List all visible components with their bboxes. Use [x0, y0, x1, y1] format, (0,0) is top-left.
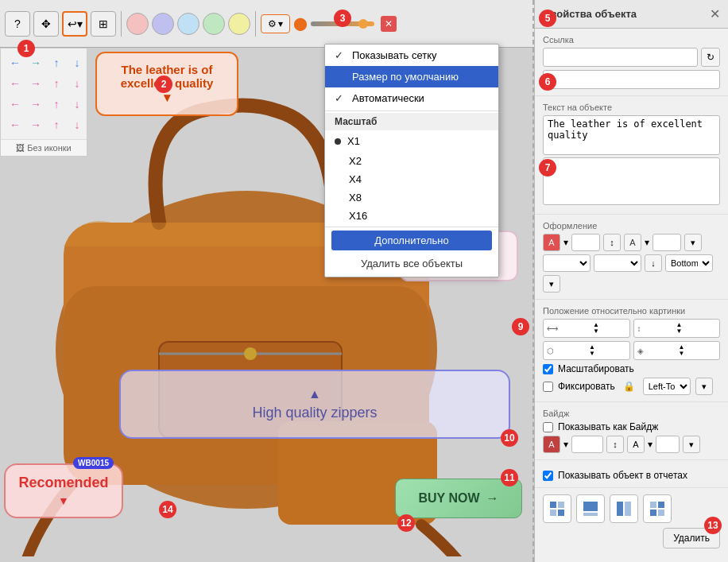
arrow-down-pink-1[interactable]: ↓	[68, 74, 87, 93]
arrow-up-pink-3[interactable]: ↑	[47, 115, 66, 134]
arrow-down-blue[interactable]: ↓	[68, 53, 87, 72]
buy-now-button[interactable]: BUY NOW →	[395, 479, 522, 518]
format-label: Оформление	[543, 221, 720, 231]
badge-color-btn[interactable]: A	[543, 436, 560, 453]
arrow-left-pink-1[interactable]: ←	[6, 74, 25, 93]
arrow-left-pink-3[interactable]: ←	[6, 115, 25, 134]
dropdown-icon: ▾	[563, 237, 568, 248]
fix-checkbox[interactable]	[543, 382, 553, 392]
position-select[interactable]: Bottom	[665, 254, 713, 272]
color-green[interactable]	[203, 13, 225, 35]
badge-num-input[interactable]: 150	[571, 436, 603, 453]
panel-separator	[532, 0, 534, 562]
default-size-item[interactable]: Размер по умолчанию	[325, 66, 498, 87]
buy-now-label: BUY NOW	[418, 491, 479, 506]
arrow-down-pink-3[interactable]: ↓	[68, 115, 87, 134]
canvas-area: 1 ? ✥ ↩▾ ⊞ 3 ⚙ ▾ ⬤ ✕	[0, 0, 534, 562]
pos-y2-input[interactable]: 85	[645, 346, 677, 355]
scale-label: Масштаб	[335, 116, 377, 127]
badge-6: 6	[539, 73, 556, 91]
pos-y2-spinner[interactable]: ▲▼	[679, 344, 685, 357]
link-refresh-button[interactable]: ↻	[701, 48, 720, 67]
badge-font-input[interactable]: 12	[656, 436, 680, 453]
pos-x1-spinner[interactable]: ▲▼	[593, 322, 599, 335]
report-checkbox[interactable]	[543, 471, 553, 481]
badge-12: 12	[397, 514, 415, 532]
arrow-up-pink-1[interactable]: ↑	[47, 74, 66, 93]
pos-x1-input[interactable]: 283	[560, 324, 591, 333]
badge-text-btn[interactable]: A	[627, 436, 645, 453]
icon-2-svg	[581, 499, 600, 518]
style-select[interactable]	[594, 254, 641, 272]
panel-close-button[interactable]: ✕	[710, 6, 720, 21]
expand-btn-2[interactable]: ▾	[543, 275, 560, 293]
text-area[interactable]: The leather is of excellent quality	[543, 115, 720, 155]
delete-all-button[interactable]: Удалить все объекты	[331, 254, 492, 273]
arrow-up-blue[interactable]: ↑	[47, 53, 66, 72]
icon-btn-3[interactable]	[610, 494, 638, 523]
additional-button[interactable]: Дополнительно	[331, 231, 492, 250]
font-size-input[interactable]: 32	[571, 234, 600, 251]
color-purple[interactable]	[152, 13, 174, 35]
link-input[interactable]	[543, 48, 698, 67]
arrow-right-pink-2[interactable]: →	[26, 95, 45, 114]
grid-button[interactable]: ⊞	[91, 11, 116, 37]
icon-btn-4[interactable]	[643, 494, 672, 523]
settings-dropdown[interactable]: ⚙ ▾	[261, 14, 290, 33]
close-button[interactable]: ✕	[381, 16, 397, 32]
x8-item[interactable]: X8	[325, 188, 498, 207]
svg-rect-10	[550, 510, 556, 516]
svg-rect-18	[650, 510, 656, 516]
color-blue[interactable]	[177, 13, 199, 35]
badge-expand-btn[interactable]: ▾	[683, 436, 700, 453]
x4-item[interactable]: X4	[325, 170, 498, 188]
fix-position-select[interactable]: Left-Top	[643, 378, 691, 395]
font-color-button[interactable]: A	[543, 234, 560, 251]
undo-dropdown[interactable]: ↩▾	[62, 11, 87, 37]
pos-y1-input[interactable]: 88	[643, 324, 675, 333]
auto-item[interactable]: ✓ Автоматически	[325, 87, 498, 109]
arrow-right-pink-3[interactable]: →	[26, 115, 45, 134]
badge-1: 1	[17, 40, 35, 57]
show-grid-item[interactable]: ✓ Показывать сетку	[325, 45, 498, 66]
pos-y1-spinner[interactable]: ▲▼	[676, 322, 683, 335]
bottom-icons: Удалить	[535, 488, 728, 555]
svg-rect-11	[558, 510, 564, 516]
fix-check-label: Фиксировать	[558, 381, 615, 392]
arrow-right-pink-1[interactable]: →	[26, 74, 45, 93]
text-area-2[interactable]	[543, 157, 720, 205]
x16-item[interactable]: X16	[325, 207, 498, 225]
pos-x2-input[interactable]: 213	[556, 346, 587, 355]
arrow-up-pink-2[interactable]: ↑	[47, 95, 66, 114]
arrow-grid: ← → ↑ ↓ ← → ↑ ↓ ← → ↑ ↓ ← → ↑ ↓	[1, 48, 87, 139]
badge-11: 11	[501, 469, 518, 486]
scale-checkbox[interactable]	[543, 364, 553, 374]
link-input-2[interactable]	[543, 70, 720, 89]
icon-btn-2[interactable]	[576, 494, 605, 523]
text-color-button[interactable]: A	[624, 234, 641, 251]
move-button[interactable]: ✥	[33, 11, 59, 37]
svg-rect-13	[583, 513, 598, 516]
help-button[interactable]: ?	[5, 11, 30, 37]
arrow-down-btn[interactable]: ↓	[645, 254, 662, 272]
arrow-down-pink-2[interactable]: ↓	[68, 95, 87, 114]
fix-expand-btn[interactable]: ▾	[695, 378, 713, 395]
bubble-recomended: WB0015 Recomended ▼	[4, 463, 123, 518]
x2-item[interactable]: X2	[325, 152, 498, 170]
format-section: Оформление A ▾ 32 ↕ A ▾ 14 ▾ ↓	[535, 215, 728, 300]
panel-header: Свойства объекта ✕	[535, 0, 728, 29]
pos-x2-spinner[interactable]: ▲▼	[589, 344, 595, 357]
color-pink[interactable]	[126, 13, 149, 35]
icon-btn-1[interactable]	[543, 494, 571, 523]
check-auto-icon: ✓	[335, 92, 346, 104]
color-yellow[interactable]	[228, 13, 250, 35]
align-select[interactable]	[543, 254, 591, 272]
right-panel: 5 Свойства объекта ✕ Ссылка ↻ Текст на о…	[534, 0, 728, 562]
show-badge-checkbox[interactable]	[543, 422, 553, 432]
pos-x2-icon: ⬡	[547, 347, 554, 355]
expand-button[interactable]: ▾	[684, 234, 702, 251]
arrow-left-pink-2[interactable]: ←	[6, 95, 25, 114]
font-size-2-input[interactable]: 14	[652, 234, 681, 251]
slider-thumb[interactable]	[358, 19, 368, 29]
x1-item[interactable]: X1	[325, 130, 498, 152]
